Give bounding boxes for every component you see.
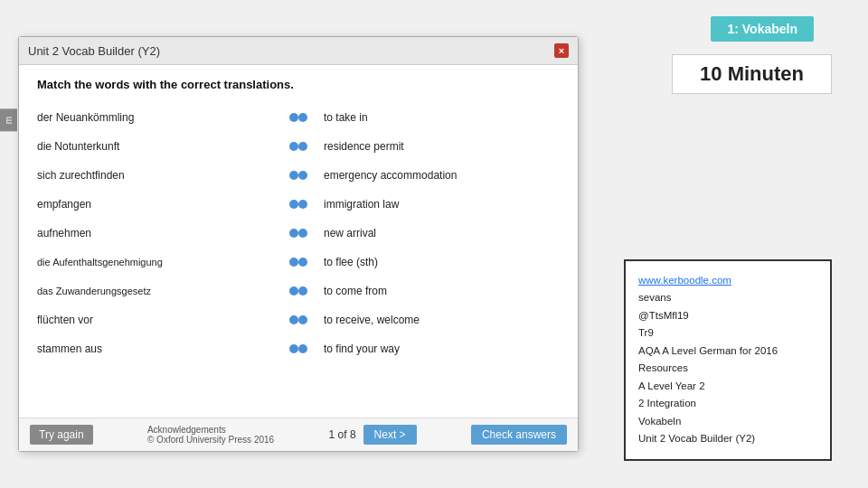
dot-left-6[interactable] xyxy=(289,258,298,267)
word-right-8: to receive, welcome xyxy=(324,314,420,326)
list-item: die Notunterkunft xyxy=(37,135,298,158)
dot-left-9[interactable] xyxy=(289,344,298,353)
list-item: das Zuwanderungsgesetz xyxy=(37,279,298,303)
check-answers-button[interactable]: Check answers xyxy=(471,425,567,445)
list-item: to find your way xyxy=(298,337,560,361)
dot-right-8[interactable] xyxy=(298,315,307,324)
word-left-8: flüchten vor xyxy=(37,314,93,326)
word-left-7: das Zuwanderungsgesetz xyxy=(37,286,151,296)
time-box: 10 Minuten xyxy=(672,54,832,94)
word-right-9: to find your way xyxy=(324,343,400,355)
list-item: flüchten vor xyxy=(37,308,298,332)
list-item: immigration law xyxy=(298,192,560,216)
info-url[interactable]: www.kerboodle.com xyxy=(638,275,731,286)
dot-left-4[interactable] xyxy=(289,200,298,209)
dot-left-7[interactable] xyxy=(289,286,298,296)
modal-title: Unit 2 Vocab Builder (Y2) xyxy=(28,44,160,58)
list-item: residence permit xyxy=(298,135,560,158)
info-topic: Vokabeln xyxy=(638,413,817,431)
modal-titlebar: Unit 2 Vocab Builder (Y2) × xyxy=(19,37,578,65)
dot-right-6[interactable] xyxy=(298,258,307,267)
word-right-1: to take in xyxy=(324,111,368,124)
list-item: to receive, welcome xyxy=(298,308,560,332)
list-item: der Neuankömmling xyxy=(37,106,298,129)
word-right-4: immigration law xyxy=(324,198,399,211)
word-left-4: empfangen xyxy=(37,198,91,211)
list-item: to flee (sth) xyxy=(298,250,560,274)
word-left-5: aufnehmen xyxy=(37,227,91,239)
word-right-3: emergency accommodation xyxy=(324,169,457,182)
info-username: sevans xyxy=(638,289,817,307)
info-code: Tr9 xyxy=(638,324,817,343)
dot-right-5[interactable] xyxy=(298,229,307,238)
list-item: aufnehmen xyxy=(37,221,298,245)
copyright-link[interactable]: © Oxford University Press 2016 xyxy=(147,435,274,445)
info-box: www.kerboodle.com sevans @TtsMfl19 Tr9 A… xyxy=(624,259,832,461)
info-course: AQA A Level German for 2016 xyxy=(638,343,817,361)
acknowledgements-label: Acknowledgements xyxy=(147,425,274,435)
list-item: die Aufenthaltsgenehmigung xyxy=(37,250,298,274)
info-section: Resources xyxy=(638,360,817,378)
word-right-2: residence permit xyxy=(324,140,404,153)
word-left-1: der Neuankömmling xyxy=(37,111,134,124)
word-left-6: die Aufenthaltsgenehmigung xyxy=(37,257,163,267)
list-item: stammen aus xyxy=(37,337,298,361)
dot-right-1[interactable] xyxy=(298,113,307,122)
info-handle: @TtsMfl19 xyxy=(638,307,817,325)
right-words-column: to take in residence permit emergency ac… xyxy=(298,106,560,361)
info-unit: 2 Integration xyxy=(638,395,817,413)
dot-left-1[interactable] xyxy=(289,113,298,122)
dot-left-8[interactable] xyxy=(289,315,298,324)
word-right-7: to come from xyxy=(324,285,387,297)
dot-right-3[interactable] xyxy=(298,171,307,180)
match-container: der Neuankömmling die Notunterkunft sich… xyxy=(37,106,560,361)
try-again-button[interactable]: Try again xyxy=(30,425,93,445)
list-item: new arrival xyxy=(298,221,560,245)
modal-body: Match the words with the correct transla… xyxy=(19,65,578,370)
dot-right-7[interactable] xyxy=(298,286,307,296)
list-item: sich zurechtfinden xyxy=(37,164,298,187)
list-item: to come from xyxy=(298,279,560,303)
info-level: A Level Year 2 xyxy=(638,378,817,396)
next-button[interactable]: Next > xyxy=(363,425,417,445)
info-activity: Unit 2 Vocab Builder (Y2) xyxy=(638,430,817,448)
dot-right-9[interactable] xyxy=(298,344,307,353)
footer-navigation: 1 of 8 Next > xyxy=(329,425,417,445)
word-right-6: to flee (sth) xyxy=(324,256,378,268)
top-label: 1: Vokabeln xyxy=(711,16,814,42)
dot-left-2[interactable] xyxy=(289,142,298,151)
list-item: to take in xyxy=(298,106,560,129)
footer-credits: Acknowledgements © Oxford University Pre… xyxy=(147,425,274,445)
dot-left-5[interactable] xyxy=(289,229,298,238)
word-right-5: new arrival xyxy=(324,227,376,239)
close-button[interactable]: × xyxy=(554,43,569,58)
list-item: emergency accommodation xyxy=(298,164,560,187)
instruction-text: Match the words with the correct transla… xyxy=(37,78,560,91)
modal-window: Unit 2 Vocab Builder (Y2) × Match the wo… xyxy=(18,36,579,452)
dot-left-3[interactable] xyxy=(289,171,298,180)
dot-right-2[interactable] xyxy=(298,142,307,151)
modal-footer: Try again Acknowledgements © Oxford Univ… xyxy=(19,418,578,451)
word-left-3: sich zurechtfinden xyxy=(37,169,125,182)
dot-right-4[interactable] xyxy=(298,200,307,209)
word-left-9: stammen aus xyxy=(37,343,102,355)
page-indicator: 1 of 8 xyxy=(329,428,356,441)
word-left-2: die Notunterkunft xyxy=(37,140,119,153)
left-words-column: der Neuankömmling die Notunterkunft sich… xyxy=(37,106,298,361)
list-item: empfangen xyxy=(37,192,298,216)
left-tab: m xyxy=(0,108,17,131)
